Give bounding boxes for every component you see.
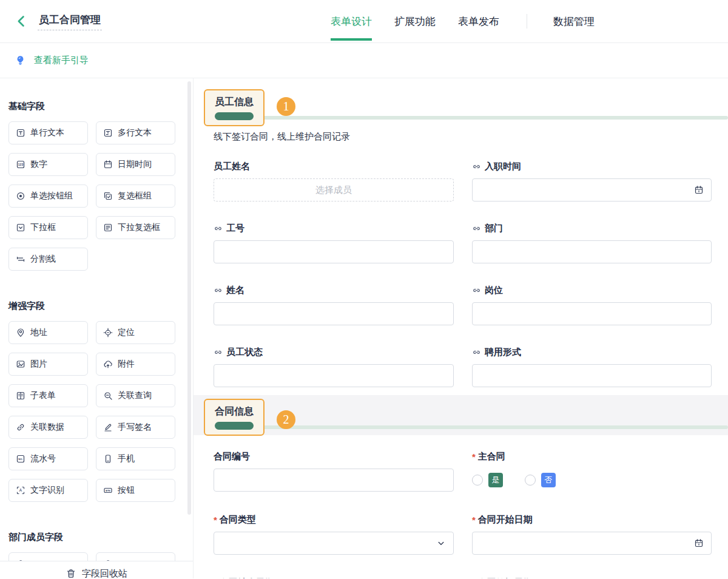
view-beginner-guide-link[interactable]: 查看新手引导 xyxy=(34,55,89,66)
form-field: 岗位 xyxy=(472,284,712,325)
form-field: *合同签订日期 xyxy=(472,577,712,578)
field-button-label: 文字识别 xyxy=(30,485,64,496)
field-button-日期时间[interactable]: 日期时间 xyxy=(96,153,175,176)
text-input[interactable] xyxy=(472,364,712,387)
field-button-label: 分割线 xyxy=(30,254,56,265)
location-icon xyxy=(103,328,113,337)
field-button-分割线[interactable]: 分割线 xyxy=(8,248,88,271)
form-field: *合同类型 xyxy=(214,513,454,555)
ocr-icon: A xyxy=(16,486,25,495)
section-header: 员工信息1 xyxy=(214,89,720,127)
header-tabs: 表单设计扩展功能表单发布数据管理 xyxy=(331,0,595,42)
field-button-单选按钮组[interactable]: 单选按钮组 xyxy=(8,185,88,208)
back-icon[interactable] xyxy=(15,15,28,28)
link-icon xyxy=(472,348,481,357)
tab-数据管理[interactable]: 数据管理 xyxy=(553,0,595,42)
text-input[interactable] xyxy=(214,364,454,387)
page-title[interactable]: 员工合同管理 xyxy=(38,13,102,30)
field-button-复选框组[interactable]: 复选框组 xyxy=(96,185,175,208)
tab-扩展功能[interactable]: 扩展功能 xyxy=(394,0,436,42)
field-label-text: 合同结束日期 xyxy=(220,577,274,579)
field-label-text: 入职时间 xyxy=(485,161,521,172)
text-input[interactable] xyxy=(214,469,454,492)
text-input[interactable] xyxy=(472,240,712,263)
member-picker[interactable]: 选择成员 xyxy=(214,178,454,201)
text-input[interactable] xyxy=(472,302,712,325)
app-header: 员工合同管理 表单设计扩展功能表单发布数据管理 xyxy=(0,0,728,43)
field-button-文字识别[interactable]: A文字识别 xyxy=(8,479,88,502)
field-label: *主合同 xyxy=(472,450,712,462)
guide-bar: 查看新手引导 xyxy=(0,43,728,78)
field-button-手写签名[interactable]: 手写签名 xyxy=(96,416,175,439)
required-marker: * xyxy=(472,578,476,579)
field-button-关联数据[interactable]: 关联数据 xyxy=(8,416,88,439)
link-icon xyxy=(472,162,481,171)
field-label-text: 部门 xyxy=(485,223,503,234)
radio-option-是[interactable]: 是 xyxy=(472,473,503,487)
required-marker: * xyxy=(472,515,476,525)
step-badge: 2 xyxy=(277,410,295,429)
field-button-手机[interactable]: 手机 xyxy=(96,447,175,470)
form-field: 工号 xyxy=(214,222,454,263)
radio-group: 是否 xyxy=(472,469,712,492)
link-icon xyxy=(472,286,481,295)
tab-表单发布[interactable]: 表单发布 xyxy=(458,0,499,42)
tab-表单设计[interactable]: 表单设计 xyxy=(331,0,372,42)
field-label-text: 合同编号 xyxy=(214,451,250,462)
calendar-icon xyxy=(694,538,704,548)
field-button-按钮[interactable]: BTN按钮 xyxy=(96,479,175,502)
mobile-icon xyxy=(103,454,113,464)
link-icon xyxy=(472,224,481,233)
field-label: 入职时间 xyxy=(472,160,712,172)
field-button-下拉复选框[interactable]: 下拉复选框 xyxy=(96,216,175,239)
image-icon xyxy=(16,359,25,369)
field-button-label: 地址 xyxy=(30,327,47,338)
select-input[interactable] xyxy=(214,532,454,555)
required-marker: * xyxy=(214,578,217,579)
form-field: *合同开始日期 xyxy=(472,513,712,555)
field-button-定位[interactable]: 定位 xyxy=(96,321,175,344)
radio-button[interactable] xyxy=(525,475,536,486)
field-button-单行文本[interactable]: 单行文本 xyxy=(8,121,88,144)
field-label-text: 合同类型 xyxy=(220,514,256,526)
link-icon xyxy=(214,348,223,357)
single-line-text-icon xyxy=(16,128,25,138)
radio-option-否[interactable]: 否 xyxy=(525,473,556,487)
text-input[interactable] xyxy=(214,302,454,325)
radio-button[interactable] xyxy=(472,475,483,486)
button-icon: BTN xyxy=(103,486,113,495)
field-button-关联查询[interactable]: 关联查询 xyxy=(96,384,175,407)
section-title-card[interactable]: 合同信息 xyxy=(204,399,265,436)
sidebar-scrollbar[interactable] xyxy=(187,81,191,515)
sidebar-section-title: 增强字段 xyxy=(8,300,193,312)
attachment-icon xyxy=(103,359,113,369)
field-button-下拉框[interactable]: 下拉框 xyxy=(8,216,88,239)
form-field: 入职时间 xyxy=(472,160,712,201)
field-button-子表单[interactable]: 子表单 xyxy=(8,384,88,407)
field-button-附件[interactable]: 附件 xyxy=(96,353,175,376)
date-input[interactable] xyxy=(472,532,712,555)
section-title-card[interactable]: 员工信息 xyxy=(204,89,265,126)
field-button-地址[interactable]: 地址 xyxy=(8,321,88,344)
field-button-label: 下拉复选框 xyxy=(118,222,160,233)
related-data-icon xyxy=(16,422,25,432)
radio-option-tag: 是 xyxy=(488,473,503,487)
text-input[interactable] xyxy=(214,240,454,263)
field-label: *合同开始日期 xyxy=(472,513,712,526)
form-field: 聘用形式 xyxy=(472,346,712,387)
field-button-label: 日期时间 xyxy=(118,159,152,170)
field-label: 姓名 xyxy=(214,284,454,296)
field-button-多行文本[interactable]: 多行文本 xyxy=(96,121,175,144)
field-button-数字[interactable]: 123数字 xyxy=(8,153,88,176)
subform-icon xyxy=(16,391,25,401)
field-button-流水号[interactable]: NO.流水号 xyxy=(8,447,88,470)
field-recycle-bin-button[interactable]: 字段回收站 xyxy=(0,561,193,578)
field-button-label: 关联数据 xyxy=(30,422,64,433)
recycle-bin-label: 字段回收站 xyxy=(82,568,127,578)
date-input[interactable] xyxy=(472,178,712,201)
field-button-label: 单行文本 xyxy=(30,127,64,138)
section-description: 线下签订合同，线上维护合同记录 xyxy=(214,130,720,143)
field-label: 工号 xyxy=(214,222,454,234)
field-button-图片[interactable]: 图片 xyxy=(8,353,88,376)
section-title-pill xyxy=(215,422,254,430)
